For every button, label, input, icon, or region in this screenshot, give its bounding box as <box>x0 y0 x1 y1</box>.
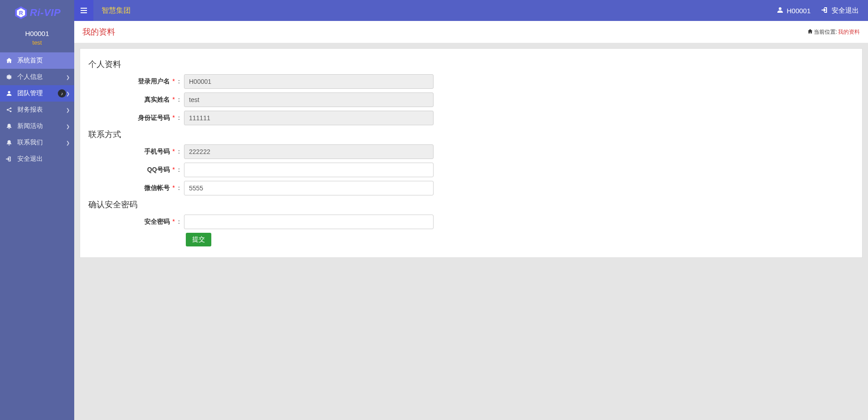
section-contact: 联系方式 <box>88 129 854 140</box>
menu-toggle-button[interactable] <box>74 0 93 21</box>
svg-point-4 <box>10 108 12 109</box>
label-login-name: 登录用户名 *： <box>88 77 184 86</box>
input-login-name <box>184 74 434 89</box>
sidebar-item-logout[interactable]: 安全退出 <box>0 151 74 167</box>
exit-icon <box>822 6 829 15</box>
chevron-right-icon: ❯ <box>66 140 70 145</box>
input-wechat[interactable] <box>184 181 434 195</box>
bell-icon <box>5 123 14 129</box>
topbar-logout-link[interactable]: 安全退出 <box>816 0 868 21</box>
page-title: 我的资料 <box>82 26 115 37</box>
label-qq: QQ号码 *： <box>88 166 184 174</box>
sidebar-nav: 系统首页 个人信息 ❯ 团队管理 ♪ ❯ 财务 <box>0 52 74 167</box>
svg-point-3 <box>7 109 9 111</box>
sidebar-item-finance[interactable]: 财务报表 ❯ <box>0 102 74 118</box>
sidebar-item-team[interactable]: 团队管理 ♪ ❯ <box>0 85 74 102</box>
topbar-logout-label: 安全退出 <box>832 6 859 15</box>
sidebar-user-block: H00001 test <box>0 25 74 52</box>
user-icon <box>776 6 784 15</box>
share-icon <box>5 107 14 113</box>
label-wechat: 微信帐号 *： <box>88 184 184 192</box>
sidebar-item-label: 财务报表 <box>17 106 66 114</box>
sidebar-user-name: test <box>0 39 74 46</box>
main-area: 智慧集团 H00001 安全退出 我的资料 <box>74 0 868 420</box>
sidebar-item-label: 安全退出 <box>17 155 70 163</box>
breadcrumb: 当前位置: 我的资料 <box>807 28 860 36</box>
label-sec-pwd: 安全密码 *： <box>88 218 184 226</box>
input-id-number <box>184 111 434 125</box>
sidebar-user-id: H00001 <box>0 30 74 37</box>
section-confirm: 确认安全密码 <box>88 199 854 210</box>
label-mobile: 手机号码 *： <box>88 148 184 156</box>
row-real-name: 真实姓名 *： <box>88 92 854 107</box>
label-id-number: 身份证号码 *： <box>88 114 184 122</box>
chevron-right-icon: ❯ <box>66 91 70 96</box>
topbar-user-label: H00001 <box>786 7 811 15</box>
input-real-name <box>184 92 434 107</box>
sidebar-item-news[interactable]: 新闻活动 ❯ <box>0 118 74 134</box>
sidebar-item-label: 新闻活动 <box>17 122 66 130</box>
section-personal: 个人资料 <box>88 59 854 70</box>
row-sec-pwd: 安全密码 *： <box>88 215 854 229</box>
home-icon <box>5 57 14 64</box>
chevron-right-icon: ❯ <box>66 108 70 113</box>
bars-icon <box>81 8 87 13</box>
svg-point-5 <box>10 111 12 113</box>
topbar: 智慧集团 H00001 安全退出 <box>74 0 868 21</box>
sidebar-item-label: 个人信息 <box>17 73 66 81</box>
label-real-name: 真实姓名 *： <box>88 96 184 104</box>
logo-text: Ri-VIP <box>30 7 61 19</box>
input-sec-pwd[interactable] <box>184 215 434 229</box>
row-qq: QQ号码 *： <box>88 163 854 177</box>
topbar-user-link[interactable]: H00001 <box>771 0 816 21</box>
logo: R Ri-VIP <box>0 0 74 25</box>
sidebar-item-contact[interactable]: 联系我们 ❯ <box>0 134 74 151</box>
sidebar-item-label: 系统首页 <box>17 56 70 65</box>
sidebar: R Ri-VIP H00001 test 系统首页 个人信息 ❯ <box>0 0 74 420</box>
logo-icon: R <box>14 5 28 20</box>
sidebar-item-home[interactable]: 系统首页 <box>0 52 74 69</box>
submit-button[interactable]: 提交 <box>186 233 211 246</box>
sidebar-item-profile[interactable]: 个人信息 ❯ <box>0 69 74 85</box>
notification-badge: ♪ <box>58 89 66 97</box>
svg-text:R: R <box>19 10 23 16</box>
form-card: 个人资料 登录用户名 *： 真实姓名 *： <box>80 48 863 258</box>
row-mobile: 手机号码 *： <box>88 144 854 159</box>
topbar-title: 智慧集团 <box>102 6 131 15</box>
content-area: 个人资料 登录用户名 *： 真实姓名 *： <box>74 43 868 263</box>
sidebar-item-label: 联系我们 <box>17 138 66 147</box>
row-id-number: 身份证号码 *： <box>88 111 854 125</box>
input-qq[interactable] <box>184 163 434 177</box>
row-wechat: 微信帐号 *： <box>88 181 854 195</box>
gear-icon <box>5 74 14 80</box>
sidebar-item-label: 团队管理 <box>17 89 55 97</box>
row-login-name: 登录用户名 *： <box>88 74 854 89</box>
home-icon <box>807 29 813 36</box>
user-icon <box>5 90 14 97</box>
breadcrumb-bar: 我的资料 当前位置: 我的资料 <box>74 21 868 43</box>
submit-row: 提交 <box>88 233 854 246</box>
exit-icon <box>5 156 14 162</box>
input-mobile <box>184 144 434 159</box>
breadcrumb-current[interactable]: 我的资料 <box>838 28 860 36</box>
bell-icon <box>5 139 14 146</box>
chevron-right-icon: ❯ <box>66 124 70 129</box>
chevron-right-icon: ❯ <box>66 75 70 80</box>
breadcrumb-prefix: 当前位置: <box>814 28 837 36</box>
